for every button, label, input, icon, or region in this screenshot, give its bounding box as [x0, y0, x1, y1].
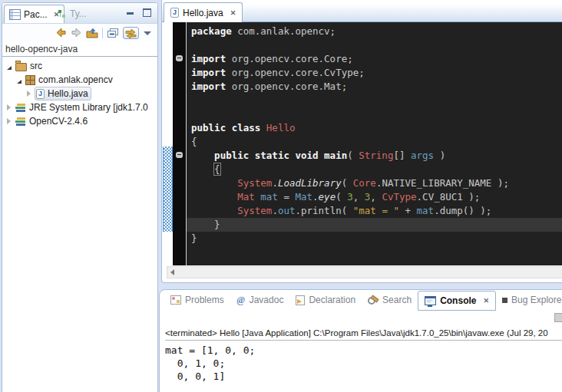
java-file-icon: J — [170, 8, 179, 18]
code-token: . — [272, 177, 278, 189]
code-token: { — [214, 163, 220, 175]
terminate-icon[interactable] — [554, 313, 562, 322]
code-token: = — [278, 191, 296, 203]
code-token: . — [312, 191, 319, 203]
source-folder-icon — [15, 63, 27, 71]
code-token: CvType — [382, 191, 416, 203]
link-with-editor-icon[interactable] — [123, 27, 139, 39]
library-icon — [15, 117, 26, 126]
code-token: "mat = " — [353, 205, 399, 216]
bug-square-icon — [502, 298, 507, 303]
code-token: mat — [260, 191, 278, 203]
fold-collapse-icon[interactable] — [176, 152, 183, 158]
project-tree: srccom.anlak.opencvJHello.javaJRE System… — [2, 57, 157, 128]
code-line[interactable]: System.out.println( "mat = " + mat.dump(… — [187, 204, 562, 218]
expand-arrow-icon[interactable] — [7, 118, 11, 124]
code-line[interactable]: { — [187, 163, 562, 176]
tab-type-hierarchy[interactable]: Ty... — [53, 5, 91, 22]
code-token: Mat — [295, 191, 312, 203]
code-token: public static void main — [214, 150, 347, 161]
code-token: mat — [417, 205, 435, 216]
horizontal-scrollbar[interactable] — [167, 266, 562, 278]
code-editor[interactable]: package com.anlak.opencv;import org.open… — [187, 22, 562, 265]
console-status-line: <terminated> Hello [Java Application] C:… — [165, 328, 562, 341]
code-token: Mat — [237, 191, 255, 203]
code-line[interactable]: package com.anlak.opencv; — [187, 25, 562, 38]
code-line[interactable]: } — [187, 218, 562, 232]
code-token: com.anlak.opencv; — [232, 25, 336, 37]
code-line[interactable]: public class Hello — [187, 121, 562, 135]
tree-item-com-anlak-opencv[interactable]: com.anlak.opencv — [2, 73, 157, 87]
console-output[interactable]: mat = [1, 0, 0; 0, 1, 0; 0, 0, 1] — [165, 344, 255, 383]
code-token: eye — [319, 191, 336, 203]
expand-arrow-icon[interactable] — [27, 91, 31, 97]
code-line[interactable]: } — [187, 232, 562, 245]
tree-item-content: src — [15, 60, 45, 72]
code-token: import — [191, 53, 226, 64]
tree-item-content: JHello.java — [35, 87, 91, 100]
minimize-icon[interactable] — [127, 10, 134, 15]
tree-item-label: OpenCV-2.4.6 — [29, 116, 88, 127]
collapse-arrow-icon[interactable] — [17, 80, 21, 84]
back-icon[interactable] — [55, 28, 67, 38]
collapse-arrow-icon[interactable] — [7, 66, 12, 70]
tree-item-hello-java[interactable]: JHello.java — [2, 87, 157, 100]
tab-hello-java[interactable]: J Hello.java ✕ — [164, 2, 243, 22]
expand-arrow-icon[interactable] — [7, 104, 11, 110]
package-explorer-icon — [9, 9, 21, 20]
eclipse-window: Pac... ✕ Ty... — [0, 0, 562, 392]
code-line[interactable]: public static void main( String[] args ) — [187, 149, 562, 163]
code-line[interactable]: import org.opencv.core.Core; — [187, 52, 562, 66]
tab-console[interactable]: Console✕ — [418, 291, 496, 311]
code-line[interactable] — [187, 38, 562, 52]
console-output-line: mat = [1, 0, 0; — [165, 344, 255, 357]
view-menu-icon[interactable] — [143, 30, 152, 36]
toolbar-separator — [102, 28, 103, 38]
code-line[interactable]: { — [187, 135, 562, 149]
range-indicator-ruler[interactable] — [163, 22, 173, 265]
tree-item-jre-system-library-jdk1-7-0[interactable]: JRE System Library [jdk1.7.0 — [2, 100, 157, 114]
forward-icon[interactable] — [71, 28, 82, 38]
close-icon[interactable]: ✕ — [230, 9, 236, 17]
code-token: args — [411, 150, 434, 161]
code-token: ( — [347, 150, 359, 161]
code-token: .CV_8UC1 ); — [417, 191, 481, 203]
tab-bug-explorer[interactable]: Bug Explorer — [496, 291, 562, 309]
console-icon — [425, 296, 436, 305]
javadoc-icon: @ — [236, 295, 246, 305]
code-token: .println( — [295, 205, 352, 216]
up-icon[interactable] — [86, 28, 98, 38]
tree-item-src[interactable]: src — [2, 59, 157, 73]
tab-search[interactable]: Search — [362, 291, 418, 309]
tab-label: Hello.java — [183, 8, 223, 18]
tab-declaration[interactable]: Declaration — [289, 291, 362, 309]
code-token: { — [191, 136, 197, 147]
tab-javadoc[interactable]: @Javadoc — [230, 291, 290, 309]
maximize-icon[interactable] — [143, 8, 151, 17]
tree-item-label: src — [30, 61, 42, 71]
code-token: package — [191, 25, 232, 37]
code-token: import — [191, 81, 226, 92]
tab-label: Javadoc — [250, 295, 284, 305]
code-line[interactable] — [187, 107, 562, 121]
fold-collapse-icon[interactable] — [176, 55, 183, 61]
code-token: . — [272, 205, 278, 216]
collapse-all-icon[interactable] — [107, 28, 119, 38]
annotation-ruler[interactable] — [173, 22, 187, 265]
close-icon[interactable]: ✕ — [483, 297, 489, 305]
code-line[interactable]: System.LoadLibrary( Core.NATIVE_LIBRARY_… — [187, 176, 562, 190]
scroll-left-icon[interactable] — [170, 269, 174, 275]
editor-panel: J Hello.java ✕ package com.anlak.opencv;… — [161, 0, 562, 283]
tab-problems[interactable]: Problems — [164, 291, 230, 309]
code-line[interactable]: import org.opencv.core.Mat; — [187, 80, 562, 94]
tree-item-opencv-2-4-6[interactable]: OpenCV-2.4.6 — [2, 114, 157, 128]
code-token: , — [353, 191, 365, 203]
tree-item-content: com.anlak.opencv — [25, 74, 115, 86]
code-line[interactable]: Mat mat = Mat.eye( 3, 3, CvType.CV_8UC1 … — [187, 190, 562, 204]
code-token: System — [237, 177, 272, 189]
code-line[interactable]: import org.opencv.core.CvType; — [187, 66, 562, 80]
code-token — [191, 191, 237, 203]
tab-label: Console — [440, 295, 476, 306]
code-line[interactable] — [187, 94, 562, 107]
code-token: ( — [336, 191, 347, 203]
